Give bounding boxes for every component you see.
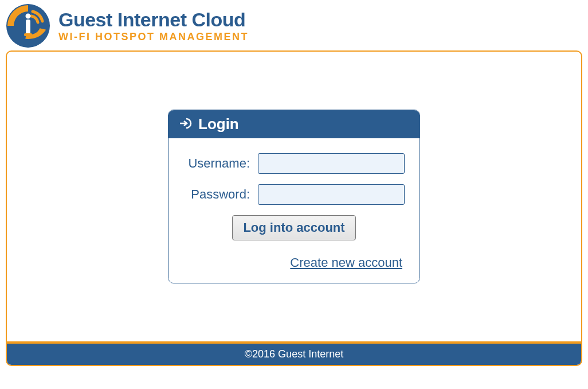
- footer-bar: ©2016 Guest Internet: [7, 344, 581, 365]
- brand-text: Guest Internet Cloud WI-FI HOTSPOT MANAG…: [58, 9, 249, 43]
- username-input[interactable]: [258, 153, 405, 174]
- logo-icon: [6, 3, 50, 48]
- content-area: Login Username: Password: Log into accou…: [7, 52, 581, 341]
- create-account-link[interactable]: Create new account: [290, 255, 402, 270]
- password-input[interactable]: [258, 184, 405, 205]
- password-label: Password:: [183, 187, 258, 202]
- username-label: Username:: [183, 156, 258, 171]
- login-body: Username: Password: Log into account Cre…: [168, 138, 420, 283]
- header: Guest Internet Cloud WI-FI HOTSPOT MANAG…: [0, 0, 588, 50]
- button-row: Log into account: [183, 215, 405, 240]
- login-button[interactable]: Log into account: [232, 215, 355, 240]
- svg-rect-1: [26, 20, 30, 36]
- brand-subtitle: WI-FI HOTSPOT MANAGEMENT: [58, 31, 249, 43]
- svg-rect-3: [24, 33, 32, 36]
- brand-title: Guest Internet Cloud: [58, 9, 249, 31]
- link-row: Create new account: [183, 255, 405, 270]
- login-header: Login: [168, 110, 420, 138]
- main-container: Login Username: Password: Log into accou…: [6, 50, 582, 366]
- username-row: Username:: [183, 153, 405, 174]
- login-panel: Login Username: Password: Log into accou…: [168, 110, 420, 283]
- password-row: Password:: [183, 184, 405, 205]
- login-title: Login: [198, 115, 239, 133]
- login-arrow-icon: [179, 116, 193, 133]
- svg-point-2: [26, 14, 31, 19]
